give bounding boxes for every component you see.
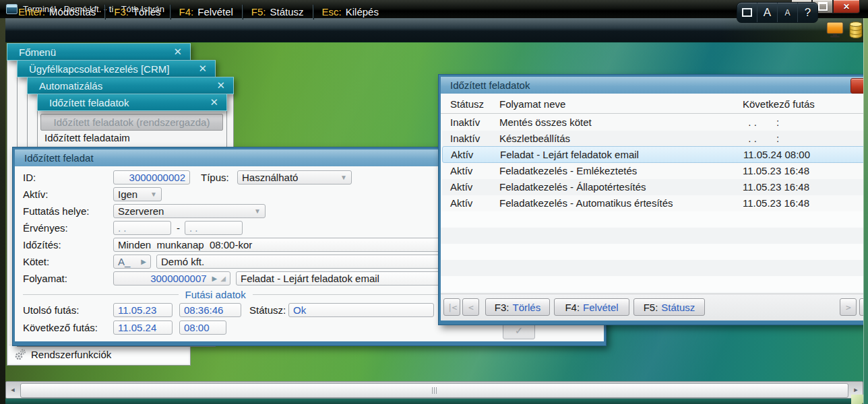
menu-item-modify[interactable]: Enter: Módosítás [9, 6, 104, 18]
menu-item-exit[interactable]: Esc: Kilépés [313, 6, 388, 18]
key-label: Enter: [18, 6, 45, 18]
action-label: Státusz [661, 302, 695, 313]
maximize-icon [818, 2, 828, 11]
column-status[interactable]: Státusz [450, 96, 484, 112]
close-icon[interactable]: ✕ [198, 63, 207, 75]
active-value: Igen [118, 188, 137, 201]
cascade-window-crm[interactable]: Ügyfélkapcsolat-kezelés [CRM] ✕ [17, 60, 216, 77]
window-frame-right [863, 18, 868, 404]
action-label: Kilépés [346, 6, 379, 18]
delete-button[interactable]: F3: Törlés [485, 298, 550, 316]
close-button[interactable]: ✕ [833, 0, 860, 13]
nav-prev-button[interactable]: < [462, 298, 479, 316]
h-scrollbar[interactable]: ◄ ► [5, 381, 863, 399]
help-button[interactable]: ? [798, 3, 817, 22]
resize-grip[interactable] [851, 395, 863, 404]
fullscreen-icon [742, 8, 752, 17]
valid-from-field[interactable]: . . [113, 221, 171, 235]
nav-first-icon: |< [447, 302, 457, 312]
table-row[interactable]: Aktív Feladatkezelés - Állapotértesítés … [442, 179, 868, 195]
close-icon[interactable]: ✕ [210, 96, 218, 108]
column-name[interactable]: Folyamat neve [499, 96, 565, 112]
action-label: Felvétel [583, 302, 619, 313]
type-label: Típus: [201, 170, 229, 184]
last-run-time-field[interactable]: 08:36:46 [179, 303, 241, 317]
menu-item-my-timed-tasks[interactable]: Időzített feladataim [44, 132, 130, 143]
cell-status: Aktív [450, 179, 472, 195]
active-dropdown[interactable]: Igen ▼ [113, 187, 162, 201]
last-run-label: Utolsó futás: [23, 303, 79, 317]
run-at-dropdown[interactable]: Szerveren ▼ [113, 204, 266, 218]
process-id-field[interactable]: 3000000007 ▶ ◢ [113, 271, 230, 285]
id-field[interactable]: 3000000002 [113, 170, 190, 184]
table-row[interactable]: Aktív Feladatkezelés - Automatikus értes… [442, 195, 868, 211]
volume-code: A_ [118, 255, 130, 268]
table-row-selected[interactable]: Aktív Feladat - Lejárt feladatok email 1… [442, 146, 868, 163]
gears-icon [15, 349, 26, 360]
cascade-window-fomenu[interactable]: Főmenü ✕ [7, 43, 191, 61]
type-value: Használható [242, 171, 298, 184]
database-icon[interactable] [848, 21, 864, 39]
cell-next-run: 11.05.23 16:48 [743, 179, 809, 195]
task-table-header: Státusz Folyamat neve Következő futás [441, 96, 868, 114]
active-label: Aktív: [23, 187, 49, 201]
task-list-title: Időzített feladatok [450, 79, 530, 91]
picker-arrow-icon: ▶ [141, 255, 146, 268]
column-next-run[interactable]: Következő futás [743, 96, 815, 112]
key-label: F5: [251, 6, 266, 18]
action-label: Státusz [270, 6, 304, 18]
status-label: Státusz: [249, 303, 286, 317]
form-title: Időzített feladat [24, 152, 94, 164]
cascade-window-title: Automatizálás [39, 80, 102, 92]
cell-next-run: 11.05.24 08:00 [743, 147, 810, 163]
check-icon: ✓ [515, 325, 524, 337]
menu-item-status[interactable]: F5: Státusz [243, 6, 313, 18]
menu-item-label: Időzített feladataim [44, 132, 130, 143]
cell-next-run: 11.05.23 16:48 [743, 163, 809, 179]
next-run-time-field[interactable]: 08:00 [179, 321, 226, 335]
table-row[interactable]: Inaktív Mentés összes kötet . . : [442, 114, 868, 131]
cell-next-run: . . : [743, 114, 779, 131]
cascade-window-timed-tasks[interactable]: Időzített feladatok ✕ [37, 94, 227, 111]
picker-arrow-icon: ▶ [212, 272, 218, 285]
task-list-titlebar[interactable]: Időzített feladatok [441, 77, 868, 94]
status-button[interactable]: F5: Státusz [633, 298, 705, 316]
menu-item-system-functions[interactable]: Rendszerfunkciók [9, 345, 189, 364]
menu-item-add[interactable]: F4: Felvétel [170, 6, 242, 18]
table-row[interactable]: Inaktív Készletbeállítás . . : [442, 131, 868, 147]
cell-status: Inaktív [450, 131, 480, 147]
nav-first-button[interactable]: |< [443, 298, 460, 316]
scroll-left-button[interactable]: ◄ [7, 383, 19, 397]
last-run-date-field[interactable]: 11.05.23 [113, 303, 173, 317]
task-list-toolbar: |< < F3: Törlés F4: Felvétel F5: Státusz [441, 294, 868, 321]
menu-item-timed-tasks-admin[interactable]: Időzített feladatok (rendszergazda) [40, 114, 223, 131]
table-row[interactable]: Aktív Feladatkezelés - Emlékeztetés 11.0… [442, 163, 868, 179]
menu-item-delete[interactable]: F3: Törlés [105, 6, 169, 18]
add-button[interactable]: F4: Felvétel [554, 298, 629, 316]
run-info-title: Futási adatok [185, 289, 246, 300]
cell-name: Feladat - Lejárt feladatok email [500, 147, 639, 163]
volume-code-field[interactable]: A_ ▶ [113, 255, 151, 269]
next-run-date-field[interactable]: 11.05.24 [113, 321, 173, 335]
id-label: ID: [23, 170, 36, 184]
run-at-value: Szerveren [118, 205, 164, 217]
window-frame-left [0, 18, 5, 404]
function-key-items: Enter: Módosítás F3: Törlés F4: Felvétel… [9, 0, 388, 24]
font-increase-button[interactable]: A [757, 3, 778, 22]
monitor-icon[interactable] [826, 21, 844, 39]
nav-next-button[interactable]: > [840, 298, 857, 316]
cell-name: Feladatkezelés - Automatikus értesítés [499, 195, 673, 211]
cell-status: Aktív [450, 195, 472, 211]
scroll-thumb[interactable] [20, 383, 848, 398]
cell-name: Készletbeállítás [499, 131, 570, 147]
valid-to-field[interactable]: . . [185, 221, 243, 235]
close-icon[interactable]: ✕ [216, 79, 225, 92]
fullscreen-button[interactable] [737, 3, 757, 22]
key-label: F4: [179, 6, 194, 18]
task-list-window: Időzített feladatok Státusz Folyamat nev… [438, 74, 868, 325]
font-decrease-button[interactable]: A [778, 3, 798, 22]
close-icon[interactable]: ✕ [173, 46, 182, 58]
type-dropdown[interactable]: Használható ▼ [237, 170, 352, 184]
status-field[interactable]: Ok [288, 303, 434, 317]
cascade-window-automation[interactable]: Automatizálás ✕ [27, 77, 234, 94]
